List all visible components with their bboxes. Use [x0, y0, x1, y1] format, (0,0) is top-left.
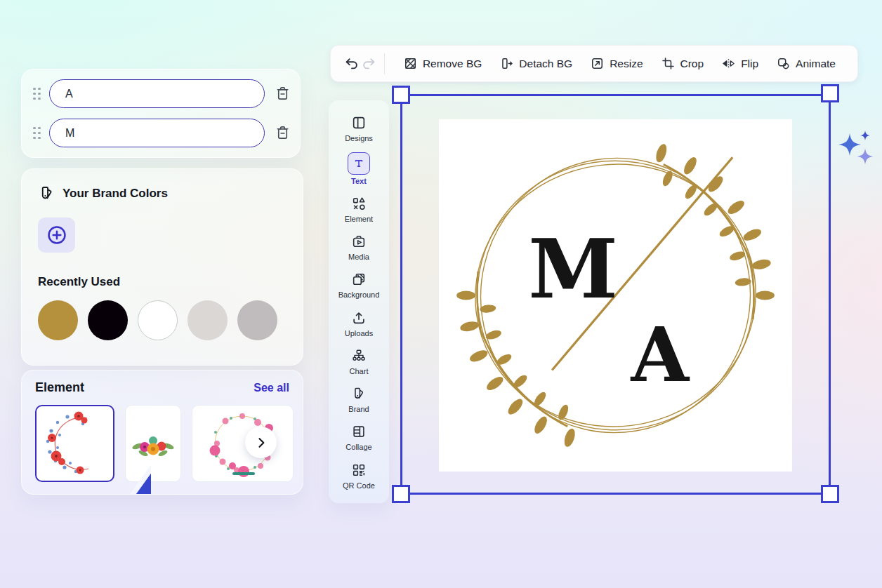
- background-icon: [351, 272, 367, 287]
- flip-button[interactable]: Flip: [722, 57, 758, 70]
- delete-layer-button[interactable]: [273, 85, 291, 103]
- element-icon: [351, 196, 367, 211]
- redo-icon: [361, 56, 376, 72]
- text-layer-input-m[interactable]: [49, 119, 265, 147]
- drag-handle-icon[interactable]: [30, 88, 41, 100]
- crop-button[interactable]: Crop: [662, 57, 704, 70]
- element-thumb-pink-wreath[interactable]: [192, 405, 294, 482]
- crop-icon: [662, 57, 675, 70]
- pink-floral-wreath-image: [193, 407, 292, 480]
- element-panel: Element See all: [21, 370, 303, 495]
- sidebar-label: Designs: [345, 134, 373, 142]
- element-thumbnails: [35, 405, 289, 482]
- qr-code-icon: [351, 462, 367, 478]
- collage-icon: [351, 424, 367, 439]
- next-elements-button[interactable]: [245, 427, 277, 458]
- trash-icon: [275, 125, 291, 141]
- tools-sidebar: Designs Text Element Media Background Up…: [329, 100, 389, 503]
- detach-bg-icon: [500, 57, 513, 70]
- sidebar-label: QR Code: [343, 481, 375, 490]
- chevron-right-icon: [254, 436, 268, 450]
- sidebar-item-element[interactable]: Element: [345, 194, 373, 223]
- text-layer-row: [30, 79, 291, 108]
- flower-bouquet-image: [126, 407, 180, 480]
- flip-label: Flip: [741, 58, 758, 70]
- remove-bg-label: Remove BG: [423, 58, 482, 70]
- sidebar-item-media[interactable]: Media: [348, 232, 369, 261]
- sidebar-item-background[interactable]: Background: [338, 270, 380, 299]
- trash-icon: [275, 86, 291, 102]
- color-swatch-gray[interactable]: [237, 300, 277, 340]
- sidebar-item-chart[interactable]: Chart: [350, 347, 369, 375]
- resize-button[interactable]: Resize: [591, 57, 643, 70]
- animate-button[interactable]: Animate: [777, 57, 836, 70]
- selection-handle-bottom-right[interactable]: [821, 485, 839, 503]
- red-floral-wreath-image: [37, 407, 113, 480]
- selection-handle-bottom-left[interactable]: [392, 485, 410, 503]
- ai-sparkle-icon[interactable]: [834, 126, 878, 170]
- sidebar-label: Background: [338, 290, 380, 299]
- selection-handle-top-left[interactable]: [392, 86, 410, 104]
- sidebar-item-uploads[interactable]: Uploads: [345, 309, 373, 338]
- resize-icon: [591, 57, 604, 70]
- sidebar-label: Text: [351, 177, 367, 185]
- sidebar-item-text[interactable]: Text: [348, 152, 370, 185]
- delete-layer-button[interactable]: [273, 124, 291, 142]
- designs-icon: [351, 115, 367, 131]
- sidebar-label: Uploads: [345, 329, 373, 338]
- sidebar-item-designs[interactable]: Designs: [345, 114, 373, 142]
- color-swatch-lightgray[interactable]: [187, 300, 228, 340]
- color-swatch-gold[interactable]: [38, 300, 78, 340]
- drag-handle-icon[interactable]: [30, 127, 41, 140]
- undo-icon: [344, 56, 360, 72]
- color-swatch-white[interactable]: [138, 300, 178, 340]
- detach-bg-label: Detach BG: [519, 58, 572, 70]
- animate-icon: [777, 57, 790, 70]
- crop-label: Crop: [680, 58, 704, 70]
- element-thumb-red-wreath[interactable]: [35, 405, 114, 482]
- sidebar-label: Brand: [348, 405, 369, 413]
- toolbar: Remove BG Detach BG Resize Crop Flip Ani…: [330, 45, 858, 82]
- sidebar-item-qr-code[interactable]: QR Code: [343, 461, 375, 490]
- text-layer-input-a[interactable]: [49, 79, 265, 108]
- media-icon: [351, 234, 367, 249]
- color-swatch-black[interactable]: [88, 300, 128, 340]
- element-thumb-bouquet[interactable]: [125, 405, 181, 482]
- text-icon: [353, 157, 365, 170]
- sidebar-label: Chart: [350, 367, 369, 375]
- sidebar-label: Collage: [345, 443, 371, 451]
- detach-bg-button[interactable]: Detach BG: [500, 57, 572, 70]
- text-layer-row: [30, 119, 291, 147]
- undo-button[interactable]: [343, 52, 360, 76]
- design-app: Remove BG Detach BG Resize Crop Flip Ani…: [0, 0, 882, 588]
- see-all-link[interactable]: See all: [254, 382, 289, 394]
- brand-icon: [351, 386, 367, 401]
- sidebar-label: Media: [348, 253, 369, 261]
- element-title: Element: [35, 380, 84, 395]
- chart-icon: [351, 348, 367, 363]
- sidebar-item-brand[interactable]: Brand: [348, 385, 369, 413]
- recently-used-title: Recently Used: [38, 275, 287, 289]
- sidebar-item-collage[interactable]: Collage: [345, 422, 371, 451]
- text-layers-panel: [21, 69, 301, 158]
- brand-colors-title: Your Brand Colors: [62, 187, 168, 201]
- recent-colors-row: [38, 300, 287, 340]
- uploads-icon: [351, 310, 367, 326]
- plus-circle-icon: [46, 224, 68, 246]
- redo-button[interactable]: [360, 52, 377, 76]
- remove-bg-button[interactable]: Remove BG: [404, 57, 482, 70]
- brand-swatch-icon: [38, 185, 55, 202]
- remove-bg-icon: [404, 57, 417, 70]
- toolbar-divider: [384, 53, 385, 74]
- resize-label: Resize: [610, 58, 643, 70]
- animate-label: Animate: [796, 58, 836, 70]
- brand-colors-panel: Your Brand Colors Recently Used: [21, 168, 303, 366]
- selection-box[interactable]: [400, 94, 831, 495]
- sidebar-label: Element: [345, 215, 373, 223]
- add-brand-color-button[interactable]: [38, 218, 75, 253]
- selection-handle-top-right[interactable]: [821, 84, 839, 102]
- flip-icon: [722, 57, 735, 70]
